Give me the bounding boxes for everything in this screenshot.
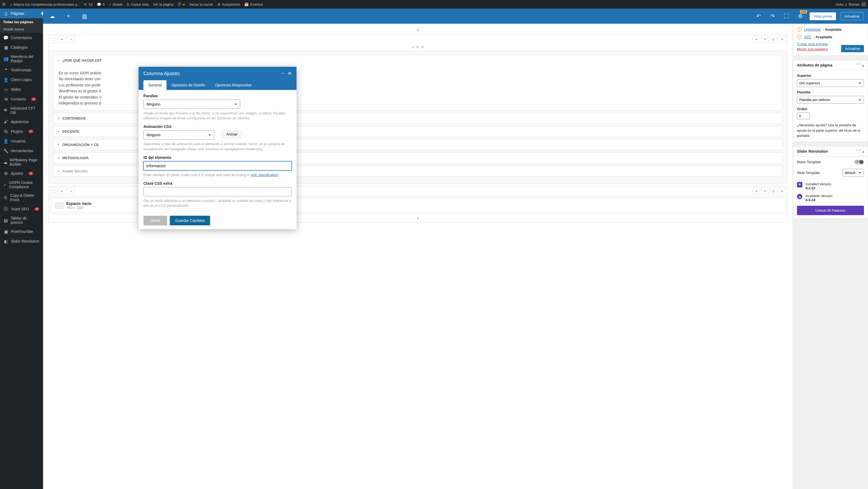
- expand-icon: ⛶: [784, 13, 789, 19]
- site-name-link[interactable]: ⌂Mejora tus competencias profesionales y…: [10, 2, 80, 6]
- tab-design[interactable]: Opciones de Diseño: [166, 80, 210, 90]
- caret-up-icon[interactable]: ▴: [862, 63, 864, 67]
- element-id-input[interactable]: [144, 161, 292, 170]
- sidebar-item-sliderrev[interactable]: ◐Slider Revolution: [0, 236, 43, 246]
- add-new-link[interactable]: +Añadir: [109, 2, 123, 6]
- autoptimize-link[interactable]: ◔Autoptimize: [217, 2, 240, 6]
- template-select[interactable]: Plantilla por defecto: [797, 96, 864, 104]
- comments-link[interactable]: 💬0: [97, 2, 105, 6]
- close-button[interactable]: Cerrar: [144, 216, 167, 225]
- slider-icon: ◐: [3, 238, 9, 244]
- wpbakery-logo[interactable]: ☁: [48, 11, 57, 21]
- parallax-select[interactable]: Ninguno: [144, 99, 240, 109]
- add-element-button[interactable]: +: [63, 11, 73, 21]
- user-greeting[interactable]: Hola, J. Roman: [836, 2, 866, 6]
- chevron-up-icon[interactable]: ˄: [856, 149, 858, 153]
- wp-logo[interactable]: ⓦ: [2, 2, 6, 7]
- animate-button[interactable]: Anímar: [222, 130, 242, 138]
- delete-row-button[interactable]: ✕: [778, 188, 786, 195]
- sidebar-item-price-tables[interactable]: ▤Tablas de precios: [0, 214, 43, 227]
- sidebar-item-comments[interactable]: 💬Comentarios: [0, 33, 43, 42]
- clone-row-button[interactable]: ⎘: [770, 35, 777, 43]
- settings-gear-button[interactable]: ⚙CSS: [796, 11, 805, 21]
- updates-link[interactable]: ⟳10: [84, 2, 92, 6]
- delete-col-button[interactable]: ✕: [421, 45, 424, 49]
- blank-template-toggle[interactable]: OFF: [854, 160, 864, 165]
- chevron-up-icon[interactable]: ˄: [856, 63, 858, 67]
- seo-link[interactable]: SEO: [804, 35, 811, 39]
- slider-revolution-header[interactable]: Slider Revolution ˄˅▴: [793, 146, 868, 156]
- extra-css-input[interactable]: [144, 187, 292, 196]
- clone-row-button[interactable]: ⎘: [770, 188, 777, 195]
- accordion-why[interactable]: −¿POR QUÉ HACER EST: [53, 55, 782, 66]
- sidebar-item-catalogs[interactable]: ▦Cátalogos: [0, 42, 43, 52]
- sidebar-item-yoast[interactable]: ⓎYoast SEO 2: [0, 204, 43, 214]
- columns-button[interactable]: ≡: [58, 188, 66, 195]
- chevron-down-icon[interactable]: ˅: [859, 63, 861, 67]
- events-link[interactable]: 📅Eventos: [244, 2, 263, 6]
- order-input[interactable]: [797, 113, 810, 119]
- edit-col-button[interactable]: ✎: [416, 45, 419, 49]
- redo-button[interactable]: ↷: [768, 11, 777, 21]
- sidebar-sub-all-pages[interactable]: Todas las páginas: [0, 18, 43, 26]
- columns-button[interactable]: ≡: [58, 35, 66, 43]
- sidebar-item-gdpr[interactable]: ✓GDPR Cookie Compliance: [0, 178, 43, 191]
- sidebar-item-plugins[interactable]: 🔌Plugins 7: [0, 126, 43, 136]
- sidebar-item-cf7[interactable]: 👁Advanced CF7 DB: [0, 104, 43, 117]
- sidebar-item-pages[interactable]: ▯Páginas: [0, 9, 43, 18]
- edit-row-button[interactable]: ✎: [761, 35, 769, 43]
- sidebar-item-testimonials[interactable]: ❝Testimonials: [0, 65, 43, 75]
- page-attributes-header[interactable]: Atributos de página ˄˅▴: [793, 60, 868, 70]
- minimize-button[interactable]: −: [281, 70, 284, 77]
- fullscreen-button[interactable]: ⛶: [782, 11, 791, 21]
- add-col-button[interactable]: +: [412, 45, 414, 49]
- add-row-top[interactable]: +: [49, 26, 787, 34]
- plus-icon: +: [58, 169, 60, 173]
- preview-button[interactable]: Vista previa: [810, 12, 836, 20]
- superior-select[interactable]: (sin superior): [797, 79, 864, 87]
- sidebar-item-client-logos[interactable]: 👤Client Logos: [0, 75, 43, 85]
- move-to-trash-link[interactable]: Mover a la papelera: [797, 47, 828, 51]
- tab-general[interactable]: General: [144, 80, 166, 90]
- delete-row-button[interactable]: ✕: [778, 35, 786, 43]
- avatar: [862, 2, 866, 6]
- undo-button[interactable]: ↶: [754, 11, 763, 21]
- readability-link[interactable]: Legibilidad: [804, 27, 820, 31]
- row-dropdown-button[interactable]: ▾: [752, 35, 760, 43]
- save-changes-button[interactable]: Guardar Cambios: [170, 216, 210, 225]
- sidebar-item-copydelete[interactable]: ⎘Copy & Delete Posts: [0, 191, 43, 204]
- sidebar-item-appearance[interactable]: 🖌Apariencia: [0, 117, 43, 126]
- slide-template-select[interactable]: default: [842, 169, 864, 177]
- sidebar-item-pixelyoursite[interactable]: ▣PixelYourSite: [0, 227, 43, 236]
- close-button[interactable]: ✕: [288, 70, 292, 77]
- edit-row-button[interactable]: ✎: [761, 188, 769, 195]
- publish-update-button[interactable]: Actualizar: [841, 45, 864, 52]
- animation-select[interactable]: Ninguno: [144, 130, 214, 140]
- add-to-row-button[interactable]: +: [67, 188, 74, 195]
- chevron-down-icon[interactable]: ˅: [859, 149, 861, 153]
- sidebar-item-tools[interactable]: 🔧Herramientas: [0, 146, 43, 156]
- yoast-bar-link[interactable]: Ⓨ●: [178, 2, 185, 7]
- unlock-features-button[interactable]: Unlock All Features: [797, 206, 864, 215]
- copy-this-link[interactable]: ⎘Copiar esta: [127, 2, 149, 6]
- sidebar-item-settings[interactable]: ⚙Ajustes 3: [0, 169, 43, 178]
- sidebar-item-slides[interactable]: ▭Slides: [0, 85, 43, 94]
- expand-row-button[interactable]: ⛶: [50, 35, 57, 43]
- expand-row-button[interactable]: ⛶: [50, 188, 57, 195]
- caret-up-icon[interactable]: ▴: [862, 149, 864, 153]
- tab-responsive[interactable]: Opciones Responsive: [210, 80, 256, 90]
- plus-icon: +: [109, 2, 111, 6]
- row-dropdown-button[interactable]: ▾: [752, 188, 760, 195]
- sidebar-item-contact[interactable]: ✉Contacto 1: [0, 94, 43, 104]
- sidebar-item-team[interactable]: 👥Miembros del Equipo: [0, 52, 43, 65]
- w3c-link[interactable]: w3c specification: [251, 173, 277, 177]
- view-page-link[interactable]: Ver la página: [153, 2, 174, 6]
- templates-button[interactable]: ▥: [80, 11, 89, 21]
- sidebar-sub-add-new[interactable]: Añadir nueva: [0, 26, 43, 33]
- update-button[interactable]: Actualizar: [840, 12, 864, 20]
- sidebar-item-users[interactable]: 👤Usuarios: [0, 136, 43, 146]
- clear-cache-link[interactable]: Vaciar la caché: [189, 2, 213, 6]
- copy-entry-link[interactable]: Copiar esta entrada: [797, 42, 828, 46]
- add-to-row-button[interactable]: +: [67, 35, 74, 43]
- sidebar-item-wpbakery[interactable]: ☁WPBakery Page Builder: [0, 156, 43, 169]
